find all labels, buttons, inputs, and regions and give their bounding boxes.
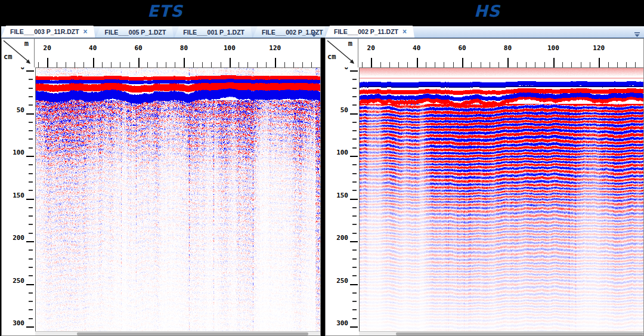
h-ruler-label: 80 (499, 44, 516, 52)
v-ruler-major-tick (26, 241, 34, 242)
h-ruler-minor-tick (147, 62, 148, 67)
h-ruler-minor-tick (175, 62, 175, 67)
v-ruler-minor-tick (352, 130, 357, 131)
h-ruler-minor-tick (526, 62, 527, 67)
horizontal-scrollbar[interactable] (359, 331, 643, 335)
h-ruler-minor-tick (38, 62, 39, 67)
v-ruler-major-tick (350, 70, 358, 72)
v-ruler-label: 100 (13, 149, 24, 156)
v-ruler-minor-tick (29, 258, 33, 260)
panel-title-ets: ETS (132, 2, 198, 20)
tab-close-icon[interactable]: × (402, 29, 407, 35)
h-ruler-minor-tick (120, 62, 120, 67)
v-ruler-minor-tick (29, 318, 33, 319)
h-ruler-minor-tick (435, 62, 435, 67)
h-ruler-major-tick (275, 58, 276, 67)
vertical-unit-label: cm (4, 53, 12, 61)
h-ruler-minor-tick (102, 62, 103, 67)
v-ruler-minor-tick (29, 164, 33, 165)
h-ruler-minor-tick (202, 62, 203, 67)
h-ruler-major-tick (47, 58, 48, 67)
v-ruler-major-tick (350, 326, 358, 328)
h-ruler-minor-tick (535, 62, 535, 67)
viewer-content: m cm 20406080100120 050100150200250300 (325, 38, 644, 336)
v-ruler-minor-tick (352, 215, 357, 217)
h-ruler-label: 60 (129, 44, 147, 52)
radargram-canvas-hs[interactable] (360, 68, 643, 331)
h-ruler-minor-tick (257, 62, 258, 67)
v-ruler-major-tick (350, 156, 358, 157)
h-ruler-major-tick (230, 58, 231, 67)
v-ruler-label: 250 (336, 278, 348, 285)
h-ruler-minor-tick (293, 62, 294, 67)
tab-file[interactable]: FILE___001 P_1.DZT (174, 26, 252, 38)
h-ruler-minor-tick (617, 62, 618, 67)
v-ruler-minor-tick (352, 267, 357, 268)
h-ruler-label: 20 (38, 44, 56, 52)
radargram-view[interactable] (359, 67, 643, 331)
scrollbar-thumb[interactable] (77, 332, 308, 335)
v-ruler-label: 0 (344, 67, 348, 71)
h-ruler-minor-tick (211, 62, 212, 67)
horizontal-ruler-meters: 20406080100120 (359, 39, 643, 67)
v-ruler-label: 150 (336, 192, 348, 199)
h-ruler-major-tick (462, 58, 463, 67)
tab-list-dropdown-icon[interactable] (634, 29, 640, 35)
v-ruler-label: 300 (336, 320, 348, 327)
v-ruler-minor-tick (352, 190, 357, 191)
radargram-view[interactable] (35, 67, 320, 331)
horizontal-scrollbar[interactable] (35, 331, 320, 335)
scrollbar-thumb[interactable] (396, 332, 643, 335)
h-ruler-minor-tick (75, 62, 75, 67)
v-ruler-major-tick (350, 241, 358, 242)
v-ruler-label: 50 (17, 107, 24, 114)
h-ruler-major-tick (184, 58, 185, 67)
v-ruler-minor-tick (29, 249, 33, 251)
tab-file[interactable]: FILE___005 P_1.DZT (96, 26, 174, 38)
tab-label: FILE___001 P_1.DZT (183, 29, 244, 36)
tab-file[interactable]: FILE___003 P_11R.DZT× (1, 26, 95, 38)
tab-bar: FILE___003 P_11R.DZT×FILE___005 P_1.DZTF… (1, 26, 321, 38)
tab-close-icon[interactable]: × (83, 29, 88, 35)
v-ruler-minor-tick (29, 301, 33, 302)
v-ruler-label: 200 (13, 235, 24, 242)
v-ruler-minor-tick (352, 138, 357, 140)
v-ruler-minor-tick (29, 122, 33, 123)
h-ruler-major-tick (371, 58, 372, 67)
horizontal-unit-label: m (348, 39, 352, 48)
v-ruler-label: 200 (336, 235, 348, 242)
h-ruler-minor-tick (380, 62, 381, 67)
tab-file[interactable]: FILE___002 P_11.DZT× (325, 26, 414, 38)
h-ruler-minor-tick (453, 62, 454, 67)
h-ruler-label: 20 (362, 44, 380, 52)
h-ruler-major-tick (599, 58, 600, 67)
v-ruler-minor-tick (352, 275, 357, 276)
h-ruler-minor-tick (635, 62, 636, 67)
v-ruler-minor-tick (29, 79, 33, 80)
vertical-ruler-cm: 050100150200250300 (326, 67, 358, 331)
tab-list-dropdown-icon[interactable] (311, 29, 317, 35)
v-ruler-major-tick (26, 284, 34, 285)
radargram-canvas-ets[interactable] (36, 68, 320, 331)
v-ruler-minor-tick (29, 181, 33, 183)
h-ruler-minor-tick (471, 62, 472, 67)
h-ruler-minor-tick (284, 62, 285, 67)
v-ruler-minor-tick (29, 224, 33, 225)
h-ruler-minor-tick (444, 62, 444, 67)
tab-label: FILE___005 P_1.DZT (105, 29, 166, 36)
v-ruler-major-tick (26, 156, 34, 157)
h-ruler-major-tick (507, 58, 509, 67)
v-ruler-minor-tick (29, 275, 33, 276)
v-ruler-minor-tick (29, 267, 33, 268)
v-ruler-minor-tick (29, 207, 33, 208)
h-ruler-minor-tick (581, 62, 581, 67)
tab-file[interactable]: FILE___002 P_1.DZT (253, 26, 331, 38)
h-ruler-label: 100 (221, 44, 239, 52)
v-ruler-minor-tick (352, 104, 357, 106)
h-ruler-minor-tick (57, 62, 57, 67)
v-ruler-minor-tick (352, 301, 357, 302)
h-ruler-minor-tick (608, 62, 609, 67)
v-ruler-minor-tick (352, 249, 357, 251)
v-ruler-minor-tick (29, 233, 33, 234)
h-ruler-minor-tick (311, 62, 312, 67)
